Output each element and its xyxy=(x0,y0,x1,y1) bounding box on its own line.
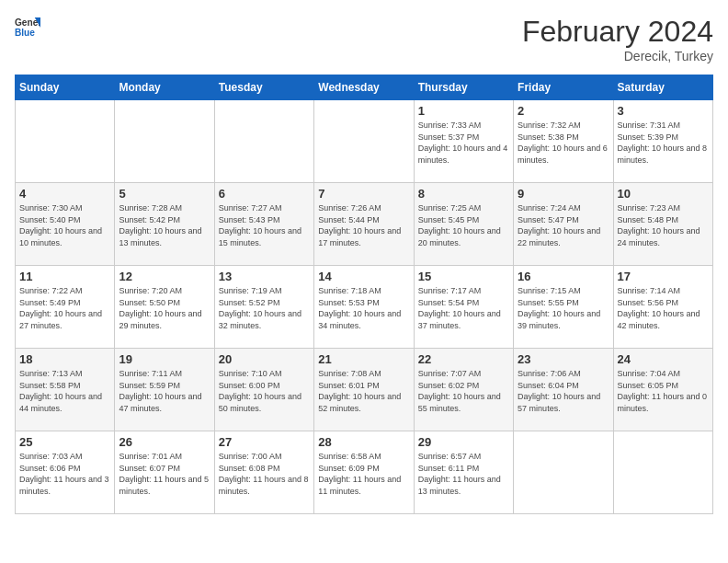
day-number: 25 xyxy=(19,435,110,449)
day-info: Sunrise: 7:23 AMSunset: 5:48 PMDaylight:… xyxy=(618,202,709,248)
day-number: 1 xyxy=(418,104,509,118)
day-info: Sunrise: 7:33 AMSunset: 5:37 PMDaylight:… xyxy=(418,120,509,166)
calendar-day-cell: 6Sunrise: 7:27 AMSunset: 5:43 PMDaylight… xyxy=(214,183,313,266)
day-info: Sunrise: 7:04 AMSunset: 6:05 PMDaylight:… xyxy=(618,368,709,414)
calendar-day-cell: 9Sunrise: 7:24 AMSunset: 5:47 PMDaylight… xyxy=(514,183,613,266)
calendar-week-row: 4Sunrise: 7:30 AMSunset: 5:40 PMDaylight… xyxy=(16,183,713,266)
calendar-day-cell: 11Sunrise: 7:22 AMSunset: 5:49 PMDayligh… xyxy=(16,266,115,349)
day-info: Sunrise: 7:26 AMSunset: 5:44 PMDaylight:… xyxy=(318,202,409,248)
calendar-day-cell xyxy=(514,431,613,514)
calendar-day-cell: 15Sunrise: 7:17 AMSunset: 5:54 PMDayligh… xyxy=(414,266,513,349)
svg-text:Blue: Blue xyxy=(15,28,35,38)
day-number: 26 xyxy=(119,435,210,449)
day-number: 21 xyxy=(318,352,409,366)
header-thursday: Thursday xyxy=(414,75,513,100)
day-number: 11 xyxy=(19,270,110,283)
header-saturday: Saturday xyxy=(613,75,712,100)
header-monday: Monday xyxy=(115,75,214,100)
calendar-day-cell: 28Sunrise: 6:58 AMSunset: 6:09 PMDayligh… xyxy=(314,431,414,514)
day-info: Sunrise: 7:19 AMSunset: 5:52 PMDaylight:… xyxy=(219,285,310,331)
header-wednesday: Wednesday xyxy=(314,75,414,100)
calendar-week-row: 11Sunrise: 7:22 AMSunset: 5:49 PMDayligh… xyxy=(16,266,713,349)
calendar-day-cell: 4Sunrise: 7:30 AMSunset: 5:40 PMDaylight… xyxy=(16,183,115,266)
calendar-day-cell xyxy=(16,100,115,183)
day-info: Sunrise: 7:03 AMSunset: 6:06 PMDaylight:… xyxy=(19,451,110,497)
day-number: 5 xyxy=(119,187,210,201)
day-info: Sunrise: 7:25 AMSunset: 5:45 PMDaylight:… xyxy=(418,202,509,248)
day-info: Sunrise: 7:06 AMSunset: 6:04 PMDaylight:… xyxy=(518,368,609,414)
calendar-day-cell: 29Sunrise: 6:57 AMSunset: 6:11 PMDayligh… xyxy=(414,431,513,514)
day-number: 2 xyxy=(518,104,609,118)
day-number: 19 xyxy=(119,352,210,366)
calendar-day-cell: 2Sunrise: 7:32 AMSunset: 5:38 PMDaylight… xyxy=(514,100,613,183)
calendar-day-cell xyxy=(115,100,214,183)
day-number: 9 xyxy=(518,187,609,201)
header-tuesday: Tuesday xyxy=(214,75,313,100)
calendar-day-cell: 5Sunrise: 7:28 AMSunset: 5:42 PMDaylight… xyxy=(115,183,214,266)
calendar-day-cell: 17Sunrise: 7:14 AMSunset: 5:56 PMDayligh… xyxy=(613,266,712,349)
calendar-week-row: 18Sunrise: 7:13 AMSunset: 5:58 PMDayligh… xyxy=(16,349,713,431)
day-info: Sunrise: 7:08 AMSunset: 6:01 PMDaylight:… xyxy=(318,368,409,414)
day-number: 4 xyxy=(19,187,110,201)
calendar-day-cell: 25Sunrise: 7:03 AMSunset: 6:06 PMDayligh… xyxy=(16,431,115,514)
day-number: 27 xyxy=(219,435,310,449)
calendar-day-cell: 1Sunrise: 7:33 AMSunset: 5:37 PMDaylight… xyxy=(414,100,513,183)
day-info: Sunrise: 7:07 AMSunset: 6:02 PMDaylight:… xyxy=(418,368,509,414)
calendar-day-cell: 13Sunrise: 7:19 AMSunset: 5:52 PMDayligh… xyxy=(214,266,313,349)
day-info: Sunrise: 7:17 AMSunset: 5:54 PMDaylight:… xyxy=(418,285,509,331)
calendar-day-cell: 7Sunrise: 7:26 AMSunset: 5:44 PMDaylight… xyxy=(314,183,414,266)
calendar-day-cell: 26Sunrise: 7:01 AMSunset: 6:07 PMDayligh… xyxy=(115,431,214,514)
day-info: Sunrise: 7:32 AMSunset: 5:38 PMDaylight:… xyxy=(518,120,609,166)
day-number: 10 xyxy=(618,187,709,201)
calendar-day-cell: 19Sunrise: 7:11 AMSunset: 5:59 PMDayligh… xyxy=(115,349,214,431)
day-info: Sunrise: 7:15 AMSunset: 5:55 PMDaylight:… xyxy=(518,285,609,331)
calendar-day-cell: 10Sunrise: 7:23 AMSunset: 5:48 PMDayligh… xyxy=(613,183,712,266)
day-info: Sunrise: 7:10 AMSunset: 6:00 PMDaylight:… xyxy=(219,368,310,414)
day-number: 23 xyxy=(518,352,609,366)
title-block: February 2024 Derecik, Turkey xyxy=(522,15,713,63)
calendar-day-cell xyxy=(314,100,414,183)
day-number: 16 xyxy=(518,270,609,283)
calendar-day-cell: 24Sunrise: 7:04 AMSunset: 6:05 PMDayligh… xyxy=(613,349,712,431)
day-info: Sunrise: 7:01 AMSunset: 6:07 PMDaylight:… xyxy=(119,451,210,497)
day-number: 18 xyxy=(19,352,110,366)
day-info: Sunrise: 7:00 AMSunset: 6:08 PMDaylight:… xyxy=(219,451,310,497)
calendar-day-cell: 23Sunrise: 7:06 AMSunset: 6:04 PMDayligh… xyxy=(514,349,613,431)
day-info: Sunrise: 7:28 AMSunset: 5:42 PMDaylight:… xyxy=(119,202,210,248)
day-number: 29 xyxy=(418,435,509,449)
calendar-day-cell: 12Sunrise: 7:20 AMSunset: 5:50 PMDayligh… xyxy=(115,266,214,349)
calendar-week-row: 25Sunrise: 7:03 AMSunset: 6:06 PMDayligh… xyxy=(16,431,713,514)
calendar-day-cell: 14Sunrise: 7:18 AMSunset: 5:53 PMDayligh… xyxy=(314,266,414,349)
header-sunday: Sunday xyxy=(16,75,115,100)
calendar-day-cell: 3Sunrise: 7:31 AMSunset: 5:39 PMDaylight… xyxy=(613,100,712,183)
day-info: Sunrise: 7:11 AMSunset: 5:59 PMDaylight:… xyxy=(119,368,210,414)
calendar-day-cell: 16Sunrise: 7:15 AMSunset: 5:55 PMDayligh… xyxy=(514,266,613,349)
calendar-day-cell xyxy=(214,100,313,183)
generalblue-logo-icon: General Blue xyxy=(15,15,40,40)
day-number: 15 xyxy=(418,270,509,283)
calendar-table: Sunday Monday Tuesday Wednesday Thursday… xyxy=(15,75,713,514)
day-info: Sunrise: 7:31 AMSunset: 5:39 PMDaylight:… xyxy=(618,120,709,166)
day-info: Sunrise: 7:13 AMSunset: 5:58 PMDaylight:… xyxy=(19,368,110,414)
day-number: 12 xyxy=(119,270,210,283)
day-number: 7 xyxy=(318,187,409,201)
day-number: 3 xyxy=(618,104,709,118)
day-number: 6 xyxy=(219,187,310,201)
day-number: 17 xyxy=(618,270,709,283)
calendar-day-cell: 18Sunrise: 7:13 AMSunset: 5:58 PMDayligh… xyxy=(16,349,115,431)
day-number: 14 xyxy=(318,270,409,283)
calendar-day-cell xyxy=(613,431,712,514)
day-info: Sunrise: 7:18 AMSunset: 5:53 PMDaylight:… xyxy=(318,285,409,331)
calendar-day-cell: 22Sunrise: 7:07 AMSunset: 6:02 PMDayligh… xyxy=(414,349,513,431)
logo: General Blue xyxy=(15,15,40,40)
calendar-subtitle: Derecik, Turkey xyxy=(522,49,713,63)
calendar-header-row: Sunday Monday Tuesday Wednesday Thursday… xyxy=(16,75,713,100)
calendar-day-cell: 21Sunrise: 7:08 AMSunset: 6:01 PMDayligh… xyxy=(314,349,414,431)
day-number: 13 xyxy=(219,270,310,283)
day-number: 20 xyxy=(219,352,310,366)
day-info: Sunrise: 7:22 AMSunset: 5:49 PMDaylight:… xyxy=(19,285,110,331)
calendar-day-cell: 20Sunrise: 7:10 AMSunset: 6:00 PMDayligh… xyxy=(214,349,313,431)
calendar-week-row: 1Sunrise: 7:33 AMSunset: 5:37 PMDaylight… xyxy=(16,100,713,183)
day-info: Sunrise: 7:14 AMSunset: 5:56 PMDaylight:… xyxy=(618,285,709,331)
page-header: General Blue February 2024 Derecik, Turk… xyxy=(15,15,713,63)
